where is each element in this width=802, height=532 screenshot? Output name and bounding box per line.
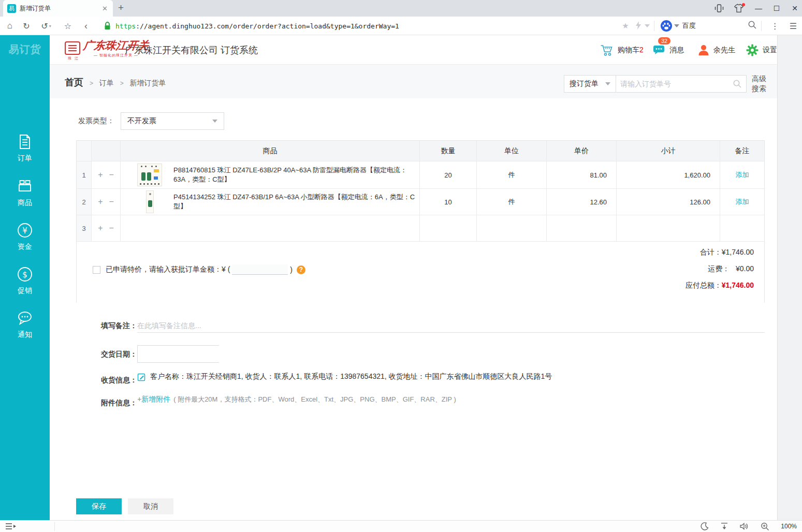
product-name[interactable]: P4514134252 珠江 DZ47-63B/1P 6A~63A 小型断路器【… xyxy=(173,193,419,211)
messages-count-badge: 32 xyxy=(658,37,670,45)
remove-row-button[interactable]: − xyxy=(109,197,114,206)
add-attachment-link[interactable]: +新增附件 xyxy=(137,395,170,404)
col-price: 单价 xyxy=(547,141,617,161)
price-cell: 81.00 xyxy=(547,161,617,188)
breadcrumb-orders[interactable]: 订单 xyxy=(99,79,114,87)
settings-button[interactable]: 设置 xyxy=(746,35,777,65)
remove-row-button[interactable]: − xyxy=(109,170,114,180)
product-cell-empty[interactable] xyxy=(121,215,420,241)
toolbar-divider xyxy=(761,21,762,31)
delivery-date-input[interactable] xyxy=(138,346,240,362)
browser-menu-icon[interactable]: ☰ xyxy=(790,21,797,31)
sound-icon[interactable] xyxy=(740,522,749,530)
shipping-info-line: 客户名称：珠江开关经销商1, 收货人：联系人1, 联系电话：1398765432… xyxy=(137,372,552,381)
browser-statusbar: 100% xyxy=(0,520,802,532)
unit-cell: 件 xyxy=(477,161,547,188)
extensions-caret-icon[interactable] xyxy=(645,24,650,27)
svg-text:$: $ xyxy=(22,270,27,279)
payable-value: ¥1,746.00 xyxy=(722,281,754,289)
order-search-box: 搜订货单 xyxy=(564,75,747,93)
sidebar-item-promotions[interactable]: $ 促销 xyxy=(0,266,50,295)
order-remark-input[interactable] xyxy=(137,318,765,333)
theme-skin-icon[interactable] xyxy=(730,0,748,17)
add-remark-link[interactable]: 添加 xyxy=(736,197,749,206)
messages-button[interactable]: 32 消息 xyxy=(653,35,684,65)
search-engine-label[interactable]: 百度 xyxy=(682,21,745,31)
favorite-star-icon[interactable]: ★ xyxy=(622,21,629,31)
more-options-icon[interactable]: ⋮ xyxy=(771,21,779,31)
col-rowactions xyxy=(92,141,121,161)
page-title: 广东珠江开关有限公司 订货系统 xyxy=(125,44,258,56)
gear-icon xyxy=(746,44,759,56)
advanced-search-link[interactable]: 高级 搜索 xyxy=(752,74,766,94)
sidebar-item-orders[interactable]: 订单 xyxy=(0,134,50,163)
table-header-row: 商品 数量 单位 单价 小计 备注 xyxy=(77,141,764,161)
subtotal-label: 合计： xyxy=(700,248,722,256)
add-row-button[interactable]: + xyxy=(98,170,103,180)
delivery-date-box xyxy=(137,345,219,363)
address-bar[interactable]: https://agent.dinghuo123.com/order/order… xyxy=(104,17,399,35)
help-icon[interactable]: ? xyxy=(297,265,305,274)
approved-amount-input[interactable] xyxy=(232,264,288,275)
zoom-icon[interactable] xyxy=(761,522,769,531)
secure-lock-icon xyxy=(104,21,111,31)
save-button[interactable]: 保存 xyxy=(76,498,122,514)
promotions-dollar-icon: $ xyxy=(17,266,33,283)
dropdown-caret-icon xyxy=(605,82,610,85)
maximize-button[interactable]: ☐ xyxy=(768,0,785,17)
search-icon[interactable] xyxy=(733,79,742,88)
notifications-bubble-icon xyxy=(17,310,33,327)
payable-label: 应付总额： xyxy=(686,281,722,289)
sidebar-item-notifications[interactable]: 通知 xyxy=(0,310,50,339)
mobile-view-icon[interactable] xyxy=(710,0,728,17)
add-row-button[interactable]: + xyxy=(98,224,103,233)
minimize-button[interactable]: — xyxy=(750,0,767,17)
sidebar-item-funds[interactable]: ¥ 资金 xyxy=(0,222,50,252)
home-icon[interactable]: ⌂ xyxy=(4,17,16,35)
company-logo-badge: 珠 江 xyxy=(65,41,80,55)
back-chevron-icon[interactable]: ‹ xyxy=(80,17,92,35)
attachment-hint: ( 附件最大20M，支持格式：PDF、Word、Excel、Txt、JPG、PN… xyxy=(173,395,456,404)
browser-tab[interactable]: 易 新增订货单 ✕ xyxy=(3,0,113,17)
table-row: 2 +− P4514134252 珠江 DZ47-63B/1P 6A~63A 小… xyxy=(77,189,764,215)
qty-cell[interactable]: 20 xyxy=(420,161,477,188)
table-row-empty: 3 +− xyxy=(77,215,764,242)
extensions-lightning-icon[interactable] xyxy=(635,21,641,31)
sidebar-toggle-icon[interactable] xyxy=(5,522,17,532)
subtotal-cell: 126.00 xyxy=(617,189,720,215)
tab-close-icon[interactable]: ✕ xyxy=(101,5,109,12)
toolbar-search-icon[interactable] xyxy=(748,20,757,32)
table-row: 1 +− P8814760815 珠江 DZ47LE-63B/2P 40A~63… xyxy=(77,161,764,189)
cart-button[interactable]: 购物车2 xyxy=(600,35,644,65)
new-tab-button[interactable]: + xyxy=(118,2,124,13)
engine-caret-icon[interactable] xyxy=(674,24,679,27)
page-scrollbar-track[interactable] xyxy=(777,35,802,520)
add-row-button[interactable]: + xyxy=(98,197,103,206)
special-price-checkbox[interactable] xyxy=(93,266,100,274)
invoice-type-select[interactable]: 不开发票 xyxy=(121,112,224,130)
product-image xyxy=(126,164,173,186)
close-window-button[interactable]: ✕ xyxy=(786,0,802,17)
browser-toolbar: ⌂ ↻ ↺▾ ☆ ‹ https://agent.dinghuo123.com/… xyxy=(0,17,802,35)
col-index xyxy=(77,141,92,161)
qty-cell[interactable]: 10 xyxy=(420,189,477,215)
zoom-level-label[interactable]: 100% xyxy=(781,523,797,530)
search-type-dropdown[interactable]: 搜订货单 xyxy=(564,75,616,93)
refresh-icon[interactable]: ↻ xyxy=(21,17,32,35)
baidu-search-icon[interactable] xyxy=(661,20,672,32)
order-search-input[interactable] xyxy=(620,80,733,88)
night-mode-icon[interactable] xyxy=(701,522,709,530)
add-remark-link[interactable]: 添加 xyxy=(736,170,749,180)
cancel-button[interactable]: 取消 xyxy=(128,498,173,514)
sidebar-item-products[interactable]: 商品 xyxy=(0,178,50,208)
bookmark-star-icon[interactable]: ☆ xyxy=(62,17,74,35)
edit-icon[interactable] xyxy=(137,373,146,381)
history-back-icon[interactable]: ↺▾ xyxy=(38,17,54,35)
user-account-button[interactable]: 余先生 xyxy=(698,35,735,65)
col-qty: 数量 xyxy=(420,141,477,161)
remove-row-button[interactable]: − xyxy=(109,224,114,233)
breadcrumb-home[interactable]: 首页 xyxy=(65,77,83,87)
downloads-icon[interactable] xyxy=(720,522,728,530)
product-name[interactable]: P8814760815 珠江 DZ47LE-63B/2P 40A~63A 防雷型… xyxy=(173,166,419,184)
order-summary-area: 已申请特价，请输入获批订单金额：¥ ( ) ? 合计：¥1,746.00 运费：… xyxy=(77,242,764,303)
